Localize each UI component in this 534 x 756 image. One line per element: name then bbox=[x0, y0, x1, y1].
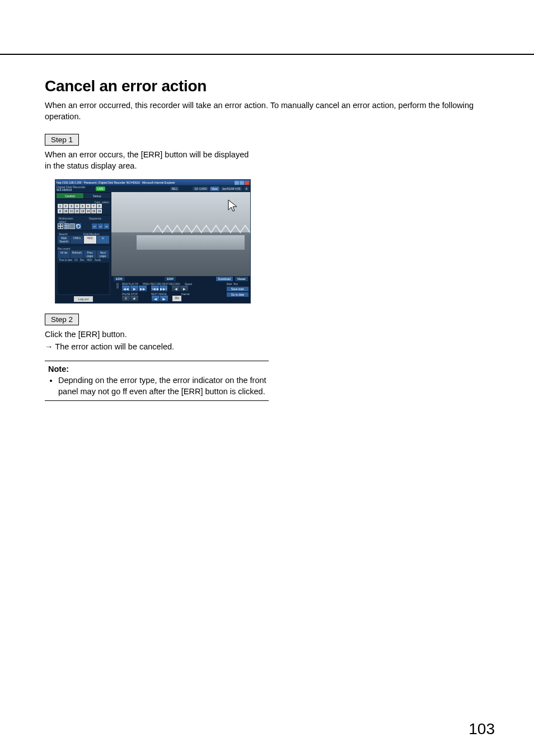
svg-rect-8 bbox=[65, 226, 67, 227]
video-viewport[interactable]: ERR ERR Download Viewer bbox=[111, 192, 250, 281]
camera-button[interactable]: 4 bbox=[74, 204, 79, 208]
hdd-tab[interactable]: DISK bbox=[113, 283, 119, 289]
camera-button[interactable]: 3 bbox=[69, 204, 74, 208]
camera-button[interactable]: 12 bbox=[74, 209, 79, 213]
col-hdd: HDD bbox=[87, 259, 92, 262]
zoom-x4-icon[interactable]: x4 bbox=[104, 223, 109, 229]
svg-rect-3 bbox=[61, 227, 63, 228]
svg-rect-2 bbox=[58, 227, 60, 228]
tab-control[interactable]: Control bbox=[57, 193, 83, 198]
layout-9-icon[interactable] bbox=[64, 223, 69, 229]
multiscreen-label: Multiscreen select bbox=[59, 217, 73, 223]
svg-rect-5 bbox=[65, 224, 67, 225]
rew-button[interactable]: ◀◀ bbox=[122, 286, 130, 291]
svg-rect-1 bbox=[61, 224, 63, 226]
window-titlebar: http://192.168.0.250 · Panasonic | Digit… bbox=[55, 180, 250, 185]
svg-rect-24 bbox=[73, 226, 74, 227]
refresh-button[interactable]: Refresh bbox=[71, 250, 83, 258]
camera-button[interactable]: 15 bbox=[91, 209, 96, 213]
svg-rect-15 bbox=[72, 224, 73, 225]
copy-button[interactable]: ⧉ bbox=[97, 236, 109, 244]
vmd-button[interactable]: VMDs bbox=[71, 236, 83, 244]
svg-rect-20 bbox=[73, 225, 74, 226]
transport-bar: DISK REW PLAY FF PREV RECORD NEXT RECORD… bbox=[111, 281, 250, 303]
col-ch: Ch bbox=[74, 259, 78, 262]
stop-button[interactable]: ■ bbox=[130, 296, 138, 301]
svg-rect-25 bbox=[70, 228, 71, 229]
col-rec: Rec bbox=[80, 259, 85, 262]
layout-4-icon[interactable] bbox=[58, 223, 63, 229]
prev-image-button[interactable]: ◀I bbox=[152, 296, 160, 301]
tab-setup[interactable]: Setup bbox=[84, 193, 111, 198]
camera-button[interactable]: 11 bbox=[69, 209, 74, 213]
err-badge-mid[interactable]: ERR bbox=[165, 277, 176, 281]
status-alarm-icon: A bbox=[244, 186, 249, 191]
camera-button[interactable]: 5 bbox=[80, 204, 85, 208]
layout-16-icon[interactable] bbox=[69, 223, 75, 229]
save-start-button[interactable]: Save start bbox=[227, 287, 249, 291]
camera-button[interactable]: 8 bbox=[97, 204, 102, 208]
sequence-icon[interactable] bbox=[76, 223, 81, 229]
svg-rect-7 bbox=[64, 226, 65, 227]
alllist-button[interactable]: All list bbox=[58, 250, 70, 258]
camera-button[interactable]: 14 bbox=[86, 209, 91, 213]
step2-text-a: Click the [ERR] button. bbox=[45, 329, 252, 340]
camera-button[interactable]: 2 bbox=[63, 204, 68, 208]
zoom-x1-icon[interactable]: x1 bbox=[92, 223, 97, 229]
pause-button[interactable]: II bbox=[122, 296, 130, 301]
note-title: Note: bbox=[48, 365, 269, 374]
product-name: Digital Disk Recorder WJ-HD616 bbox=[57, 186, 86, 192]
status-sdcard: SD CARD bbox=[193, 186, 209, 191]
col-audio: Audio bbox=[95, 259, 101, 262]
ff-button[interactable]: ▶▶ bbox=[139, 286, 147, 291]
next-record-button[interactable]: ▶▶I bbox=[160, 286, 167, 291]
window-control-buttons bbox=[235, 181, 249, 185]
logout-button[interactable]: Log out bbox=[74, 296, 93, 302]
play-button[interactable]: ▶ bbox=[130, 286, 138, 291]
svg-rect-12 bbox=[67, 227, 68, 228]
interval-select[interactable]: 30s bbox=[172, 296, 181, 301]
camera-button[interactable]: 10 bbox=[63, 209, 68, 213]
status-live: LIVE bbox=[96, 186, 105, 191]
goto-date-button[interactable]: Go to date bbox=[227, 292, 249, 297]
camera-button[interactable]: 6 bbox=[86, 204, 91, 208]
err-badge-left[interactable]: ERR bbox=[114, 277, 125, 281]
svg-rect-19 bbox=[72, 225, 73, 226]
svg-rect-21 bbox=[70, 226, 71, 227]
download-button[interactable]: Download bbox=[216, 277, 233, 281]
step2-text-b: The error action will be canceled. bbox=[45, 341, 252, 352]
svg-rect-14 bbox=[71, 224, 72, 225]
svg-rect-23 bbox=[72, 226, 73, 227]
speed-down-button[interactable]: ◀ bbox=[172, 286, 180, 291]
viewer-button[interactable]: Viewer bbox=[235, 277, 248, 281]
svg-rect-22 bbox=[71, 226, 72, 227]
app-screenshot: http://192.168.0.250 · Panasonic | Digit… bbox=[55, 179, 251, 304]
hdd-select[interactable]: HDD bbox=[84, 236, 96, 244]
camera-button[interactable]: 7 bbox=[91, 204, 96, 208]
step1-text: When an error occurs, the [ERR] button w… bbox=[45, 149, 252, 172]
nextpage-button[interactable]: Next page bbox=[97, 250, 109, 258]
camera-button[interactable]: 16 bbox=[97, 209, 102, 213]
window-title: http://192.168.0.250 · Panasonic | Digit… bbox=[57, 181, 175, 184]
event-list[interactable] bbox=[58, 263, 109, 294]
page-title: Cancel an error action bbox=[45, 77, 489, 95]
svg-rect-28 bbox=[73, 228, 74, 229]
svg-rect-17 bbox=[70, 225, 71, 226]
search-button[interactable]: R&E Search bbox=[58, 236, 70, 244]
camera-button[interactable]: 13 bbox=[80, 209, 85, 213]
status-view[interactable]: View bbox=[210, 186, 219, 191]
cursor-icon bbox=[227, 199, 240, 212]
next-image-button[interactable]: I▶ bbox=[160, 296, 168, 301]
col-time: Time & date bbox=[59, 259, 72, 262]
prevpage-button[interactable]: Prev page bbox=[84, 250, 96, 258]
speed-up-button[interactable]: ▶ bbox=[180, 286, 188, 291]
svg-rect-4 bbox=[64, 224, 65, 225]
zoom-x2-icon[interactable]: x2 bbox=[98, 223, 104, 229]
note-block: Note: Depnding on the error type, the er… bbox=[45, 361, 269, 402]
status-datetime: Jan/01/09 4:55 bbox=[221, 186, 242, 191]
camera-button[interactable]: 9 bbox=[58, 209, 63, 213]
camera-button[interactable]: 1 bbox=[58, 204, 63, 208]
svg-rect-9 bbox=[67, 226, 68, 227]
svg-rect-10 bbox=[64, 227, 65, 228]
prev-record-button[interactable]: I◀◀ bbox=[151, 286, 159, 291]
